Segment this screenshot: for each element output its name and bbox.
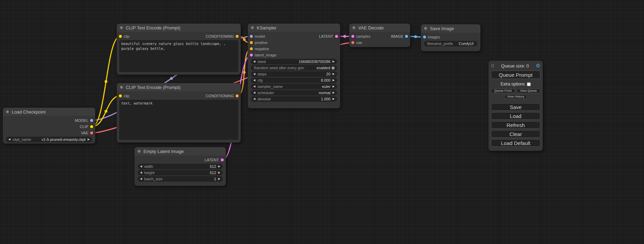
ckpt-name-widget[interactable]: ◀ ckpt_name v1-5-pruned-emaonly.ckpt ▶ [6,137,92,142]
collapse-dot-icon[interactable] [251,26,254,29]
widget-label: scheduler [257,91,274,95]
conditioning-output-port[interactable] [236,94,239,98]
save-workflow-button[interactable]: Save [491,103,540,111]
node-empty-latent-image[interactable]: Empty Latent Image LATENT ◀ width 512 ▶ … [134,147,226,186]
increment-arrow-icon[interactable]: ▶ [333,60,335,63]
increment-arrow-icon[interactable]: ▶ [218,178,220,180]
node-load-checkpoint[interactable]: Load Checkpoint MODEL CLIP VAE ◀ ckpt_na… [3,108,95,144]
positive-prompt-textarea[interactable]: beautiful scenery nature glass bottle la… [119,40,238,72]
toggle-dot-icon[interactable] [332,66,335,70]
drag-handle-icon[interactable]: ⠿ [491,63,494,69]
collapse-dot-icon[interactable] [120,86,123,89]
node-title: CLIP Text Encode (Prompt) [126,85,180,90]
steps-widget[interactable]: ◀ steps 20 ▶ [251,71,337,77]
widget-value: v1-5-pruned-emaonly.ckpt [42,137,86,142]
slot-row: samples IMAGE [349,33,410,39]
clip-input-port[interactable] [119,94,122,98]
node-title-bar[interactable]: VAE Decode [349,24,410,32]
samples-input-port[interactable] [351,35,354,38]
decrement-arrow-icon[interactable]: ◀ [253,91,255,94]
model-input-port[interactable] [250,35,253,38]
positive-input-port[interactable] [250,41,253,44]
negative-prompt-textarea[interactable]: text, watermark [119,100,238,140]
node-title-bar[interactable]: Empty Latent Image [134,147,226,155]
increment-arrow-icon[interactable]: ▶ [333,85,335,88]
increment-arrow-icon[interactable]: ▶ [333,79,335,82]
widget-label: denoise [257,97,271,101]
load-workflow-button[interactable]: Load [491,112,540,120]
extra-options-checkbox[interactable] [527,82,531,86]
node-clip-text-encode-negative[interactable]: CLIP Text Encode (Prompt) clip CONDITION… [117,83,241,143]
collapse-dot-icon[interactable] [138,150,141,153]
queue-prompt-button[interactable]: Queue Prompt [491,71,540,79]
widget-value: 20 [326,72,330,76]
node-title-bar[interactable]: CLIP Text Encode (Prompt) [117,24,241,32]
denoise-widget[interactable]: ◀ denoise 1.000 ▶ [251,96,337,102]
latent-output-port[interactable] [221,159,224,162]
increment-arrow-icon[interactable]: ▶ [333,98,335,100]
conditioning-output-label: CONDITIONING [206,94,234,98]
node-save-image[interactable]: Save Image images filename_prefix ComfyU… [421,24,480,51]
collapse-dot-icon[interactable] [120,26,123,29]
decrement-arrow-icon[interactable]: ◀ [253,79,255,82]
node-title-bar[interactable]: KSampler [248,24,340,32]
node-graph-canvas[interactable]: Load Checkpoint MODEL CLIP VAE ◀ ckpt_na… [0,0,644,244]
decrement-arrow-icon[interactable]: ◀ [253,60,255,63]
vae-input-label: vae [356,40,362,45]
node-ksampler[interactable]: KSampler model LATENT positive negative … [248,24,340,108]
refresh-button[interactable]: Refresh [491,121,540,129]
decrement-arrow-icon[interactable]: ◀ [253,73,255,75]
decrement-arrow-icon[interactable]: ◀ [140,165,142,168]
clip-output-port[interactable] [90,125,93,128]
increment-arrow-icon[interactable]: ▶ [333,73,335,75]
images-input-port[interactable] [423,36,426,39]
view-history-button[interactable]: View History [504,94,527,99]
collapse-dot-icon[interactable] [352,26,355,29]
decrement-arrow-icon[interactable]: ◀ [140,178,142,180]
slot-row: clip CONDITIONING [117,33,241,39]
increment-arrow-icon[interactable]: ▶ [218,171,220,174]
latent-image-input-port[interactable] [250,54,253,57]
vae-output-port[interactable] [90,132,93,135]
samples-input-label: samples [356,34,370,38]
queue-front-button[interactable]: Queue Front [491,89,515,93]
decrement-arrow-icon[interactable]: ◀ [253,98,255,100]
scheduler-widget[interactable]: ◀ scheduler normal ▶ [251,90,337,96]
cfg-widget[interactable]: ◀ cfg 8.000 ▶ [251,78,337,83]
increment-arrow-icon[interactable]: ▶ [218,165,220,168]
vae-input-port[interactable] [351,41,354,44]
node-title-bar[interactable]: Load Checkpoint [3,108,95,116]
negative-input-port[interactable] [250,47,253,51]
decrement-arrow-icon[interactable]: ◀ [140,171,142,174]
sampler-name-widget[interactable]: ◀ sampler_name euler ▶ [251,84,337,89]
clip-input-port[interactable] [119,35,122,38]
image-output-port[interactable] [405,35,408,38]
clip-input-label: clip [124,34,130,38]
node-clip-text-encode-positive[interactable]: CLIP Text Encode (Prompt) clip CONDITION… [117,24,241,75]
batch-size-widget[interactable]: ◀ batch_size 1 ▶ [138,176,223,182]
node-vae-decode[interactable]: VAE Decode samples IMAGE vae [349,24,410,47]
model-output-port[interactable] [90,119,93,122]
latent-output-port[interactable] [335,35,338,38]
increment-arrow-icon[interactable]: ▶ [88,138,90,141]
decrement-arrow-icon[interactable]: ◀ [253,85,255,88]
seed-widget[interactable]: ◀ seed 156680208700286 ▶ [251,59,337,64]
node-title-bar[interactable]: CLIP Text Encode (Prompt) [117,83,241,91]
increment-arrow-icon[interactable]: ▶ [333,91,335,94]
widget-label: cfg [257,78,263,82]
node-title-bar[interactable]: Save Image [421,24,480,33]
settings-gear-icon[interactable]: ⚙ [536,63,540,69]
collapse-dot-icon[interactable] [6,110,9,114]
collapse-dot-icon[interactable] [424,27,427,30]
height-widget[interactable]: ◀ height 512 ▶ [138,170,223,175]
model-output-label: MODEL [75,118,88,123]
random-seed-toggle-widget[interactable]: Random seed after every gen enabled [251,65,337,71]
filename-prefix-widget[interactable]: filename_prefix ComfyUI [424,41,477,46]
width-widget[interactable]: ◀ width 512 ▶ [138,164,223,169]
conditioning-output-port[interactable] [236,35,239,38]
load-default-button[interactable]: Load Default [491,139,540,147]
decrement-arrow-icon[interactable]: ◀ [8,138,10,141]
widget-value: 156680208700286 [299,60,330,64]
clear-button[interactable]: Clear [491,130,540,138]
view-queue-button[interactable]: View Queue [517,89,541,93]
